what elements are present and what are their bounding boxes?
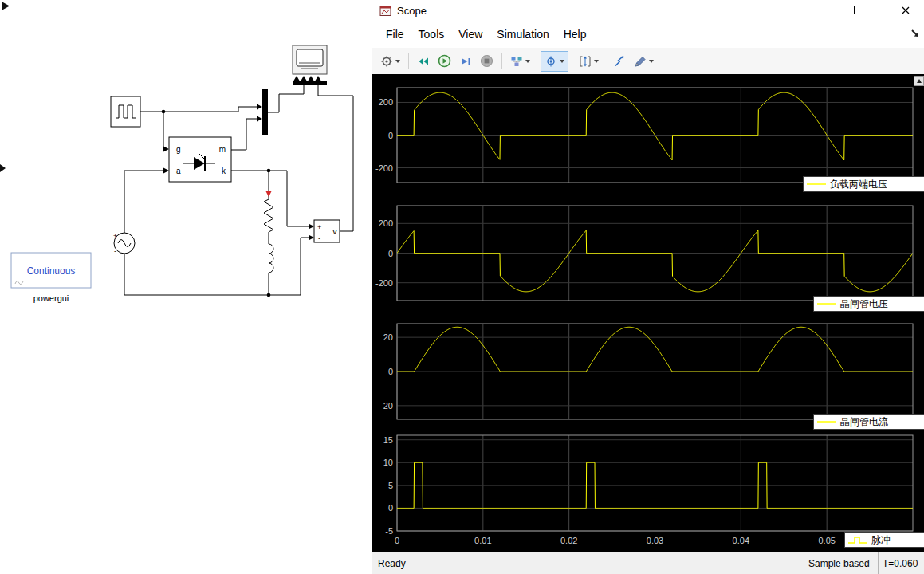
menu-overflow-icon[interactable] [910, 28, 920, 37]
toolbar-separator [408, 53, 409, 69]
scope-input-bar [293, 81, 327, 85]
source-minus-label: - [114, 247, 116, 255]
step-forward-button[interactable] [455, 51, 476, 72]
svg-text:0.05: 0.05 [818, 536, 835, 545]
legend-pulse[interactable]: 脉冲 [844, 532, 924, 548]
svg-text:0: 0 [388, 131, 393, 140]
vm-minus-label: - [318, 234, 320, 242]
scroll-up-icon [917, 79, 922, 83]
vm-label: v [332, 226, 337, 236]
legend-line-icon [816, 418, 837, 426]
input-port-icon [294, 76, 300, 81]
vm-plus-label: + [317, 223, 321, 231]
minimize-button[interactable] [800, 2, 824, 18]
mux-block[interactable] [262, 89, 268, 135]
port-arrow-icon [163, 147, 169, 152]
simulink-model-canvas[interactable]: g a m k + - [0, 0, 372, 574]
pulse-generator-block[interactable] [111, 96, 140, 127]
source-plus-label: + [113, 232, 117, 240]
maximize-button[interactable] [847, 2, 871, 18]
menu-tools[interactable]: Tools [411, 28, 452, 41]
step-back-button[interactable] [413, 51, 434, 72]
statusbar: Ready Sample based T=0.060 [372, 552, 924, 574]
svg-text:5: 5 [388, 481, 393, 490]
legend-line-icon [816, 300, 837, 308]
titlebar[interactable]: Scope [372, 0, 924, 21]
minimize-icon [807, 10, 816, 10]
series-rlc-branch-block[interactable] [264, 171, 273, 295]
scope-screen-icon [297, 49, 323, 66]
window-title: Scope [397, 5, 427, 17]
span-axes-button[interactable] [575, 51, 603, 72]
status-text: Ready [372, 552, 804, 574]
svg-text:20: 20 [383, 332, 393, 342]
run-button[interactable] [434, 51, 455, 72]
dropdown-caret-icon [395, 60, 400, 63]
legend-label: 脉冲 [871, 533, 891, 547]
port-label-g: g [176, 145, 181, 154]
trigger-button[interactable] [541, 51, 568, 72]
powergui-mode-label: Continuous [27, 265, 76, 277]
dropdown-caret-icon [649, 60, 654, 63]
legend-thyristor-voltage[interactable]: 晶闸管电压 [813, 296, 924, 312]
menubar: File Tools View Simulation Help [372, 21, 924, 48]
port-arrow-icon [257, 104, 262, 110]
wire-junction [162, 110, 166, 114]
port-label-a: a [176, 167, 181, 175]
svg-text:200: 200 [379, 97, 393, 107]
settings-button[interactable] [376, 51, 404, 72]
ac-voltage-source-block[interactable]: + - [113, 232, 135, 255]
svg-text:0.03: 0.03 [647, 536, 663, 545]
legend-thyristor-current[interactable]: 晶闸管电流 [813, 414, 924, 430]
svg-text:-5: -5 [385, 526, 393, 536]
span-axes-icon [579, 55, 592, 68]
svg-text:0.02: 0.02 [560, 536, 577, 545]
legend-label: 晶闸管电压 [840, 297, 888, 311]
menu-file[interactable]: File [379, 28, 411, 41]
dropdown-caret-icon [560, 60, 564, 63]
thyristor-block[interactable]: g a m k [169, 137, 231, 182]
close-button[interactable] [894, 2, 918, 18]
scroll-up-button[interactable] [914, 76, 924, 86]
svg-text:10: 10 [383, 458, 393, 467]
maximize-icon [854, 6, 863, 14]
stop-button[interactable] [476, 51, 497, 72]
brush-button[interactable] [630, 51, 658, 72]
input-port-icon [316, 76, 321, 81]
port-arrow-icon [309, 224, 314, 230]
legend-line-icon [806, 180, 827, 188]
toolbar-separator [501, 53, 502, 69]
svg-text:-200: -200 [375, 163, 393, 173]
layout-icon [510, 55, 523, 68]
scope-axes-canvas[interactable]: 2000-2002000-200200-20151050-500.010.020… [372, 74, 924, 552]
svg-text:0: 0 [388, 503, 393, 513]
stop-icon [480, 54, 493, 68]
run-icon [438, 54, 451, 68]
port-arrow-icon [163, 168, 169, 174]
artifact-mark [0, 164, 6, 172]
menu-help[interactable]: Help [556, 28, 594, 41]
step-back-icon [417, 55, 430, 68]
scope-block[interactable] [293, 45, 327, 85]
svg-text:0: 0 [388, 367, 393, 376]
svg-text:-200: -200 [375, 278, 393, 288]
signal-wires [124, 85, 353, 297]
legend-label: 晶闸管电流 [840, 415, 888, 429]
status-sample-mode: Sample based [804, 552, 878, 574]
desktop: g a m k + - [0, 0, 924, 574]
menu-simulation[interactable]: Simulation [490, 28, 556, 41]
legend-pulse-icon [847, 536, 868, 545]
powergui-name-label: powergui [33, 293, 69, 303]
cursor-measurements-button[interactable] [609, 51, 630, 72]
powergui-block[interactable]: Continuous [11, 253, 91, 288]
toolbar [372, 48, 924, 75]
port-arrow-icon [309, 235, 314, 241]
cursor-measurements-icon [613, 55, 626, 68]
legend-load-voltage[interactable]: 负载两端电压 [803, 176, 924, 192]
layout-button[interactable] [506, 51, 534, 72]
voltage-measurement-block[interactable]: + - v [314, 220, 340, 242]
brush-icon [634, 55, 647, 68]
scope-display-area[interactable]: 2000-2002000-200200-20151050-500.010.020… [372, 74, 924, 552]
svg-text:0.04: 0.04 [733, 536, 749, 545]
menu-view[interactable]: View [451, 28, 490, 41]
